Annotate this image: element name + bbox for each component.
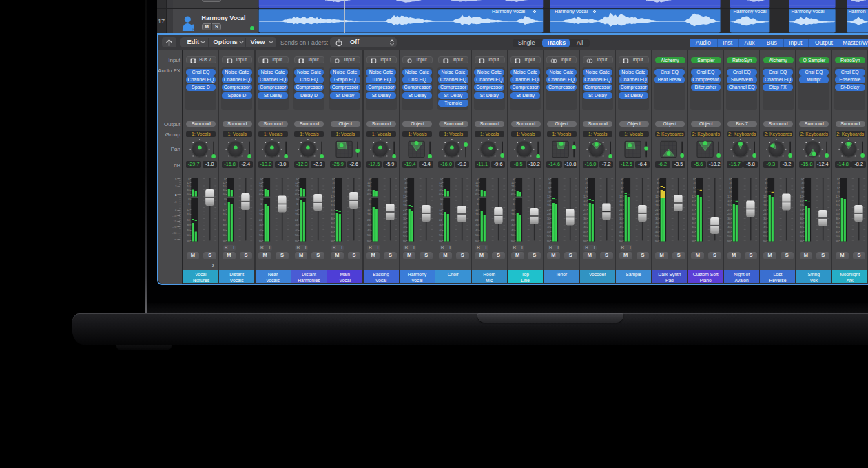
svg-text:∞: ∞: [174, 237, 176, 241]
svg-text:60: 60: [403, 239, 406, 242]
svg-text:15: 15: [583, 199, 587, 202]
svg-text:15: 15: [403, 199, 406, 202]
svg-text:30: 30: [439, 223, 442, 226]
svg-text:12: 12: [511, 208, 515, 211]
svg-text:40: 40: [366, 228, 370, 232]
svg-text:0: 0: [765, 177, 767, 180]
svg-text:40: 40: [187, 228, 190, 232]
svg-text:60: 60: [439, 239, 442, 242]
svg-text:45: 45: [727, 230, 731, 233]
svg-text:3: 3: [175, 184, 177, 188]
svg-text:21: 21: [727, 208, 731, 211]
svg-text:0: 0: [477, 198, 479, 201]
svg-text:0: 0: [513, 198, 515, 201]
svg-text:45: 45: [583, 230, 587, 233]
svg-text:0: 0: [801, 177, 803, 180]
svg-text:15: 15: [727, 199, 731, 202]
svg-text:40: 40: [295, 189, 298, 192]
svg-text:12: 12: [223, 208, 226, 211]
svg-text:12: 12: [187, 208, 190, 211]
svg-text:0: 0: [224, 177, 226, 180]
svg-text:3: 3: [801, 181, 803, 184]
svg-text:40: 40: [511, 189, 515, 192]
svg-text:9: 9: [765, 190, 767, 193]
svg-text:35: 35: [403, 221, 406, 224]
svg-text:35: 35: [800, 221, 803, 224]
svg-text:24: 24: [763, 212, 767, 215]
svg-text:35: 35: [692, 221, 695, 224]
svg-text:12: 12: [511, 181, 515, 184]
svg-text:12: 12: [439, 208, 442, 211]
svg-text:24: 24: [439, 185, 442, 189]
svg-text:3: 3: [693, 181, 695, 184]
svg-text:6: 6: [332, 186, 334, 189]
svg-text:45: 45: [547, 230, 550, 233]
svg-text:18: 18: [366, 213, 370, 216]
svg-text:35: 35: [727, 221, 731, 224]
svg-text:60: 60: [223, 239, 226, 242]
svg-text:30: 30: [187, 223, 190, 226]
svg-text:60: 60: [258, 239, 262, 242]
svg-text:6: 6: [585, 186, 587, 189]
svg-text:40: 40: [258, 189, 262, 192]
svg-text:15: 15: [763, 199, 767, 202]
svg-text:40: 40: [439, 228, 442, 232]
svg-text:30: 30: [511, 223, 515, 226]
svg-text:18: 18: [331, 204, 334, 207]
svg-text:-30: -30: [172, 231, 177, 235]
svg-text:21: 21: [583, 208, 587, 211]
svg-text:45: 45: [331, 230, 334, 233]
svg-text:40: 40: [655, 226, 659, 229]
svg-text:0: 0: [693, 177, 695, 180]
svg-text:24: 24: [439, 218, 442, 222]
svg-text:9: 9: [332, 190, 334, 193]
svg-text:18: 18: [800, 204, 803, 207]
svg-text:30: 30: [223, 223, 226, 226]
svg-text:6: 6: [657, 186, 659, 189]
svg-text:60: 60: [655, 239, 659, 242]
svg-text:3: 3: [765, 181, 767, 184]
svg-text:35: 35: [763, 221, 767, 224]
svg-text:24: 24: [727, 212, 731, 215]
svg-text:30: 30: [547, 217, 550, 220]
svg-text:0: 0: [729, 177, 731, 180]
svg-text:0: 0: [441, 177, 443, 180]
svg-text:0: 0: [585, 177, 587, 180]
svg-text:24: 24: [475, 218, 479, 222]
svg-text:6: 6: [621, 186, 623, 189]
svg-text:6: 6: [441, 202, 443, 206]
svg-text:40: 40: [223, 228, 226, 232]
svg-text:0: 0: [224, 198, 226, 201]
svg-text:60: 60: [836, 239, 839, 242]
svg-text:40: 40: [619, 226, 623, 229]
svg-text:60: 60: [187, 239, 190, 242]
svg-text:0: 0: [369, 198, 371, 201]
svg-text:24: 24: [511, 218, 515, 222]
svg-text:40: 40: [836, 226, 839, 229]
svg-text:60: 60: [511, 239, 515, 242]
svg-text:40: 40: [223, 189, 226, 192]
svg-text:45: 45: [692, 230, 695, 233]
svg-text:6: 6: [175, 177, 177, 180]
svg-text:40: 40: [187, 189, 190, 192]
svg-text:24: 24: [187, 218, 190, 222]
svg-text:24: 24: [800, 212, 803, 215]
svg-text:21: 21: [331, 208, 334, 211]
svg-text:24: 24: [619, 212, 623, 215]
svg-text:24: 24: [223, 185, 226, 189]
svg-text:3: 3: [621, 181, 623, 184]
svg-text:0: 0: [621, 177, 623, 180]
svg-text:50: 50: [403, 235, 406, 238]
svg-text:6: 6: [729, 186, 731, 189]
svg-text:24: 24: [366, 185, 370, 189]
svg-text:60: 60: [475, 193, 479, 196]
svg-text:12: 12: [475, 208, 479, 211]
svg-text:35: 35: [836, 221, 839, 224]
svg-text:0: 0: [369, 177, 371, 180]
svg-text:12: 12: [692, 195, 695, 198]
svg-text:24: 24: [475, 185, 479, 189]
svg-text:50: 50: [511, 233, 515, 237]
svg-text:-20: -20: [172, 225, 177, 228]
svg-text:0: 0: [188, 177, 190, 180]
svg-text:9: 9: [404, 190, 406, 193]
